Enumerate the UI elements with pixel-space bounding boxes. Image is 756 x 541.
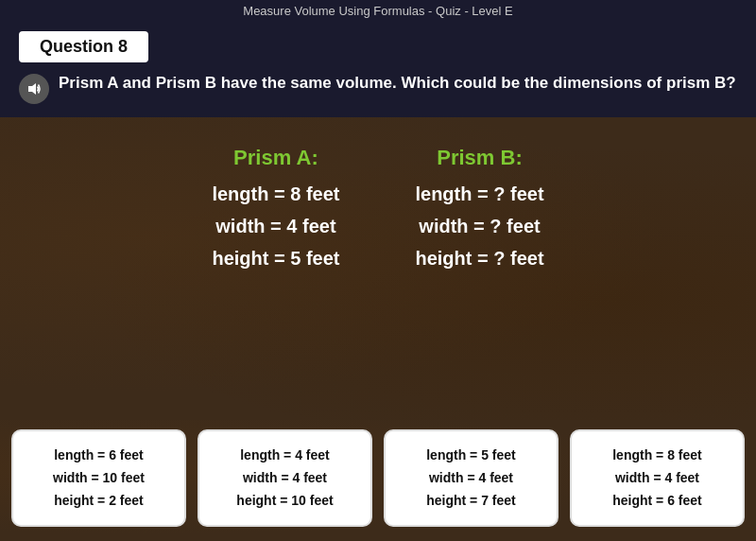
answer-d-line3: height = 6 feet — [612, 493, 702, 508]
answer-card-d[interactable]: length = 8 feet width = 4 feet height = … — [570, 429, 745, 527]
answer-b-line2: width = 4 feet — [243, 470, 327, 485]
prisms-container: Prism A: length = 8 feet width = 4 feet … — [38, 146, 718, 274]
answers-section: length = 6 feet width = 10 feet height =… — [0, 420, 756, 541]
prism-b-height: height = ? feet — [415, 242, 543, 274]
answer-c-line2: width = 4 feet — [429, 470, 513, 485]
answer-c-line1: length = 5 feet — [426, 447, 516, 462]
prism-b-length: length = ? feet — [415, 178, 543, 210]
prism-b-block: Prism B: length = ? feet width = ? feet … — [415, 146, 543, 274]
speaker-icon[interactable] — [19, 74, 49, 104]
question-label: Question 8 — [19, 31, 148, 62]
prism-b-width: width = ? feet — [415, 210, 543, 242]
answer-a-line1: length = 6 feet — [54, 447, 144, 462]
prism-a-block: Prism A: length = 8 feet width = 4 feet … — [212, 146, 339, 274]
top-bar: Measure Volume Using Formulas - Quiz - L… — [0, 0, 756, 22]
prism-a-height: height = 5 feet — [212, 242, 339, 274]
answer-a-line3: height = 2 feet — [54, 493, 144, 508]
prism-b-data: length = ? feet width = ? feet height = … — [415, 178, 543, 274]
answer-c-line3: height = 7 feet — [426, 493, 516, 508]
question-text-container: Prism A and Prism B have the same volume… — [19, 72, 737, 104]
main-content: Prism A: length = 8 feet width = 4 feet … — [0, 117, 756, 420]
answer-card-a[interactable]: length = 6 feet width = 10 feet height =… — [11, 429, 186, 527]
answer-b-line1: length = 4 feet — [240, 447, 330, 462]
svg-marker-0 — [28, 83, 36, 95]
answer-b-line3: height = 10 feet — [236, 493, 333, 508]
answer-card-b[interactable]: length = 4 feet width = 4 feet height = … — [198, 429, 372, 527]
prism-a-title: Prism A: — [212, 146, 339, 170]
answer-card-c[interactable]: length = 5 feet width = 4 feet height = … — [384, 429, 558, 527]
top-bar-title: Measure Volume Using Formulas - Quiz - L… — [243, 4, 512, 18]
answer-d-line1: length = 8 feet — [612, 447, 702, 462]
prism-b-title: Prism B: — [415, 146, 543, 170]
answer-d-line2: width = 4 feet — [615, 470, 699, 485]
question-text: Prism A and Prism B have the same volume… — [59, 72, 736, 95]
header: Question 8 Prism A and Prism B have the … — [0, 22, 756, 117]
prism-a-data: length = 8 feet width = 4 feet height = … — [212, 178, 339, 274]
answer-a-line2: width = 10 feet — [53, 470, 145, 485]
prism-a-width: width = 4 feet — [212, 210, 339, 242]
prism-a-length: length = 8 feet — [212, 178, 339, 210]
